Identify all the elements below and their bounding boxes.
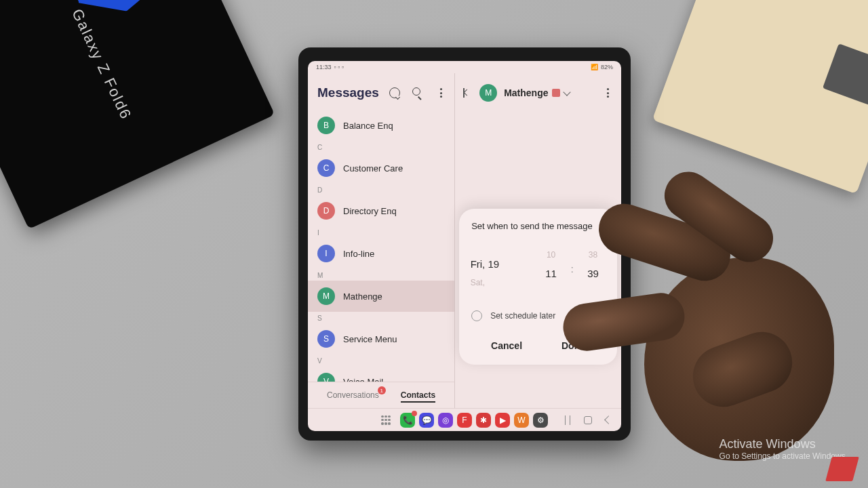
time-separator: : (570, 264, 575, 274)
contact-name: Voice Mail (343, 377, 383, 382)
contact-name: Directory Enq (343, 206, 397, 216)
modal-buttons: Cancel Done (471, 333, 605, 355)
back-icon[interactable] (463, 88, 473, 98)
status-signal-icon: 📶 (591, 64, 598, 70)
tab-conversations-label: Conversations (327, 390, 379, 400)
section-letter: D (308, 184, 454, 195)
taskbar-app-icon[interactable]: 📞 (400, 413, 415, 428)
taskbar-app-icon[interactable]: ▶ (495, 413, 510, 428)
box-product-label: Galaxy Z Fold6 (68, 6, 135, 123)
avatar: D (317, 202, 335, 220)
date-next: Sat, (471, 278, 485, 287)
status-bar: 11:33 ▫ ▫ ▫ 📶 82% (308, 61, 621, 73)
avatar: B (317, 117, 335, 134)
taskbar: 📞💬◎F✱▶W⚙ (308, 408, 621, 431)
schedule-modal: Set when to send the message Fri, 19 Sat… (459, 209, 617, 365)
taskbar-app-icon[interactable]: ⚙ (533, 413, 548, 428)
hinge-prop (823, 43, 868, 106)
section-letter: S (308, 312, 454, 323)
app-badge (412, 411, 417, 416)
modal-title: Set when to send the message (471, 221, 605, 231)
date-picker-col[interactable]: Fri, 19 Sat, (465, 250, 533, 287)
nav-home-icon[interactable] (584, 416, 592, 424)
contact-name: Customer Care (343, 163, 403, 174)
minute-picker-col[interactable]: 38 39 (575, 250, 612, 287)
compose-icon[interactable] (389, 87, 400, 98)
conversation-avatar[interactable]: M (479, 84, 497, 102)
datetime-picker: Fri, 19 Sat, 10 11 : 38 39 (471, 250, 605, 287)
tab-conversations-badge: 1 (378, 386, 386, 394)
contact-name: Service Menu (343, 334, 397, 344)
taskbar-app-icon[interactable]: ◎ (438, 413, 453, 428)
section-letter: I (308, 226, 454, 238)
section-letter: M (308, 269, 454, 281)
bottom-tabs: Conversations 1 Contacts (308, 382, 454, 408)
conversation-title[interactable]: Mathenge (504, 87, 570, 98)
avatar: I (317, 245, 335, 262)
contact-item[interactable]: VVoice Mail (308, 366, 454, 382)
status-time: 11:33 (316, 64, 332, 70)
messages-header: Messages (308, 73, 454, 110)
contact-item[interactable]: DDirectory Enq (308, 195, 454, 226)
tablet-device: 11:33 ▫ ▫ ▫ 📶 82% Messages BBal (298, 47, 631, 441)
watermark-title: Activate Windows (719, 437, 848, 451)
contact-list[interactable]: BBalance EnqCCCustomer CareDDDirectory E… (308, 110, 454, 382)
minute-selected: 39 (587, 268, 599, 279)
avatar: V (317, 373, 335, 382)
schedule-later-row[interactable]: Set schedule later (471, 305, 605, 333)
date-selected: Fri, 19 (471, 258, 500, 270)
taskbar-app-icon[interactable]: F (457, 413, 472, 428)
contact-item[interactable]: IInfo-line (308, 238, 454, 269)
search-icon[interactable] (412, 87, 423, 98)
taskbar-app-icon[interactable]: 💬 (419, 413, 434, 428)
sim-badge-icon (552, 89, 560, 97)
nav-back-icon[interactable] (604, 415, 613, 424)
schedule-later-radio[interactable] (471, 310, 482, 321)
cancel-button[interactable]: Cancel (477, 336, 536, 355)
conversation-name: Mathenge (504, 87, 548, 98)
nav-recent-icon[interactable] (565, 415, 570, 425)
product-box: Galaxy Z Fold6 (0, 0, 275, 229)
more-icon[interactable] (435, 87, 446, 98)
avatar: S (317, 330, 335, 348)
contact-item[interactable]: MMathenge (308, 281, 454, 312)
chevron-down-icon (564, 88, 571, 96)
section-letter: V (308, 354, 454, 366)
conversation-more-icon[interactable] (602, 87, 613, 98)
red-corner-icon (825, 457, 859, 481)
section-letter: C (308, 141, 454, 152)
messages-title: Messages (317, 85, 379, 100)
hour-prev: 10 (547, 250, 555, 260)
contact-item[interactable]: SService Menu (308, 323, 454, 354)
windows-watermark: Activate Windows Go to Settings to activ… (719, 437, 848, 461)
hour-selected: 11 (545, 268, 557, 279)
hour-picker-col[interactable]: 10 11 (533, 250, 570, 287)
taskbar-app-icon[interactable]: W (514, 413, 529, 428)
screen: 11:33 ▫ ▫ ▫ 📶 82% Messages BBal (308, 61, 621, 431)
contact-item[interactable]: CCustomer Care (308, 152, 454, 184)
avatar: M (317, 287, 335, 305)
contact-name: Mathenge (343, 291, 382, 302)
schedule-later-label: Set schedule later (490, 311, 555, 321)
tab-conversations[interactable]: Conversations 1 (327, 390, 379, 403)
wood-block-prop (652, 0, 868, 194)
watermark-sub: Go to Settings to activate Windows. (719, 451, 848, 461)
tab-contacts[interactable]: Contacts (401, 390, 435, 403)
contact-name: Balance Enq (343, 121, 393, 131)
taskbar-app-icon[interactable]: ✱ (476, 413, 491, 428)
status-notif-icons: ▫ ▫ ▫ (334, 64, 344, 70)
conversation-pane: M Mathenge Set when to send the message (455, 73, 621, 408)
contact-name: Info-line (343, 249, 374, 259)
done-button[interactable]: Done (548, 336, 599, 355)
contact-item[interactable]: BBalance Enq (308, 110, 454, 141)
minute-prev: 38 (589, 250, 597, 260)
app-drawer-icon[interactable] (381, 415, 391, 425)
nav-buttons (565, 415, 612, 425)
avatar: C (317, 159, 335, 177)
status-battery: 82% (601, 64, 613, 70)
conversation-header: M Mathenge (455, 73, 621, 113)
tab-contacts-label: Contacts (401, 390, 435, 400)
messages-pane: Messages BBalance EnqCCCustomer CareDDDi… (308, 73, 455, 408)
